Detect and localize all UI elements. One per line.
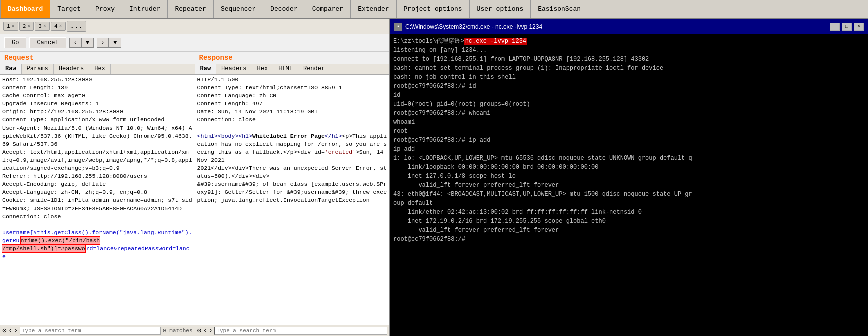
response-tab-hex[interactable]: Hex — [252, 64, 274, 74]
request-tab-params[interactable]: Params — [22, 64, 54, 74]
response-tab-render[interactable]: Render — [298, 64, 330, 74]
close-button[interactable]: × — [854, 23, 864, 31]
cmd-line-23: root@cc79f0662f88:/# — [393, 235, 865, 244]
repeater-tab-3[interactable]: 3 × — [35, 22, 50, 31]
req-res-split: Request Raw Params Headers Hex Host: 192… — [0, 52, 389, 336]
cmd-titlebar: ▪ C:\Windows\System32\cmd.exe - nc.exe -… — [390, 19, 868, 35]
repeater-tab-1[interactable]: 1 × — [3, 22, 18, 31]
response-sub-tabs: Raw Headers Hex HTML Render — [195, 64, 390, 75]
repeater-tab-4[interactable]: 4 × — [51, 22, 66, 31]
left-panel: 1 × 2 × 3 × 4 × ... Go Cancel — [0, 19, 390, 336]
repeater-tab-2[interactable]: 2 × — [19, 22, 34, 31]
request-tab-raw[interactable]: Raw — [0, 64, 22, 74]
response-nav-left[interactable]: ‹ — [203, 328, 207, 334]
response-nav-right[interactable]: › — [209, 328, 212, 334]
tab-3-close[interactable]: × — [43, 24, 46, 30]
nav-tab-project-options[interactable]: Project options — [397, 0, 470, 18]
nav-tab-decoder[interactable]: Decoder — [263, 0, 305, 18]
tab-more-label: ... — [70, 22, 83, 30]
cmd-line-4: bash: cannot set terminal process group … — [393, 64, 865, 73]
forward-button[interactable]: › — [97, 38, 109, 48]
cmd-line-18: 43: eth0@if44: <BROADCAST,MULTICAST,UP,L… — [393, 190, 865, 199]
tab-numbers-row: 1 × 2 × 3 × 4 × ... — [0, 19, 389, 34]
cmd-line-16: inet 127.0.0.1/8 scope host lo — [393, 172, 865, 181]
cmd-line-15: link/loopback 00:00:00:00:00:00 brd 00:0… — [393, 163, 865, 172]
response-text: HTTP/1.1 500 Content-Type: text/html;cha… — [197, 76, 388, 164]
response-tab-html[interactable]: HTML — [273, 64, 298, 74]
cmd-line-12: root@cc79f0662f88:/# ip add — [393, 136, 865, 145]
cmd-line-13: ip add — [393, 145, 865, 154]
nav-tab-target[interactable]: Target — [50, 0, 88, 18]
request-tab-headers[interactable]: Headers — [54, 64, 89, 74]
cmd-line-14: 1: lo: <LOOPBACK,UP,LOWER_UP> mtu 65536 … — [393, 154, 865, 163]
cmd-window: ▪ C:\Windows\System32\cmd.exe - nc.exe -… — [390, 19, 868, 336]
cmd-icon: ▪ — [394, 23, 402, 31]
cmd-line-8: uid=0(root) gid=0(root) groups=0(root) — [393, 100, 865, 109]
main-container: 1 × 2 × 3 × 4 × ... Go Cancel — [0, 19, 868, 336]
request-search-input[interactable] — [20, 327, 161, 335]
go-button[interactable]: Go — [4, 38, 26, 48]
cmd-title-text: C:\Windows\System32\cmd.exe - nc.exe -lv… — [405, 24, 827, 30]
response-title: Response — [195, 52, 390, 64]
tab-2-label: 2 — [23, 24, 26, 30]
nav-bar: Dashboard Target Proxy Intruder Repeater… — [0, 0, 868, 19]
cmd-line-11: root — [393, 127, 865, 136]
response-tab-raw[interactable]: Raw — [195, 64, 217, 74]
nav-tab-easison[interactable]: EasisonScan — [531, 0, 588, 18]
repeater-tab-more[interactable]: ... — [67, 21, 86, 32]
tab-4-close[interactable]: × — [59, 24, 62, 30]
nav-tab-intruder[interactable]: Intruder — [122, 0, 168, 18]
cmd-line-17: valid_lft forever preferred_lft forever — [393, 181, 865, 190]
tab-1-label: 1 — [7, 24, 10, 30]
cmd-line-7: id — [393, 91, 865, 100]
cmd-line-9: root@cc79f0662f88:/# whoami — [393, 109, 865, 118]
controls-row: Go Cancel ‹ ▼ › ▼ — [0, 34, 389, 52]
nav-tab-dashboard[interactable]: Dashboard — [0, 0, 50, 18]
nav-tab-sequencer[interactable]: Sequencer — [214, 0, 263, 18]
request-match-count: 0 matches — [163, 328, 192, 334]
cmd-line-2: listening on [any] 1234... — [393, 46, 865, 55]
nav-arrows: ‹ ▼ — [69, 38, 94, 48]
response-tab-headers[interactable]: Headers — [216, 64, 252, 74]
cancel-button[interactable]: Cancel — [29, 38, 66, 48]
maximize-button[interactable]: □ — [842, 23, 852, 31]
response-content[interactable]: HTTP/1.1 500 Content-Type: text/html;cha… — [195, 75, 390, 325]
cmd-line-10: whoami — [393, 118, 865, 127]
tab-2-close[interactable]: × — [27, 24, 30, 30]
cmd-line-5: bash: no job control in this shell — [393, 73, 865, 82]
response-panel: Response Raw Headers Hex HTML Render HTT… — [195, 52, 390, 336]
response-search-icon[interactable]: ⊙ — [197, 326, 201, 335]
nav-tab-user-options[interactable]: User options — [470, 0, 531, 18]
response-text2: 2021</div><div>There was an unexpected S… — [197, 164, 388, 204]
search-prev-icon[interactable]: ⊙ — [2, 326, 6, 335]
cmd-line-19: oup default — [393, 199, 865, 208]
search-nav-left[interactable]: ‹ — [8, 328, 12, 334]
request-title: Request — [0, 52, 195, 64]
cmd-content[interactable]: E:\zz\tools\代理穿透>nc.exe -lvvp 1234 liste… — [390, 35, 868, 336]
tab-1-close[interactable]: × — [12, 24, 15, 30]
search-nav-right[interactable]: › — [14, 328, 18, 334]
request-search-bar: ⊙ ‹ › 0 matches — [0, 325, 195, 336]
nav-tab-proxy[interactable]: Proxy — [88, 0, 122, 18]
nav-tab-comparer[interactable]: Comparer — [305, 0, 351, 18]
request-panel: Request Raw Params Headers Hex Host: 192… — [0, 52, 195, 336]
forward-dropdown-button[interactable]: ▼ — [109, 38, 121, 48]
response-search-input[interactable] — [214, 327, 387, 335]
cmd-line-6: root@cc79f0662f88:/# id — [393, 82, 865, 91]
request-content[interactable]: Host: 192.168.255.128:8080 Content-Lengt… — [0, 75, 195, 325]
back-dropdown-button[interactable]: ▼ — [81, 38, 94, 48]
nav-tab-extender[interactable]: Extender — [351, 0, 396, 18]
forward-arrows: › ▼ — [97, 38, 121, 48]
back-button[interactable]: ‹ — [69, 38, 82, 48]
tab-3-label: 3 — [38, 24, 42, 30]
cmd-line-3: connect to [192.168.255.1] from LAPTOP-U… — [393, 55, 865, 64]
request-text: Host: 192.168.255.128:8080 Content-Lengt… — [2, 76, 193, 261]
nav-tab-repeater[interactable]: Repeater — [168, 0, 213, 18]
minimize-button[interactable]: − — [830, 23, 840, 31]
cmd-line-20: link/ether 02:42:ac:13:00:02 brd ff:ff:f… — [393, 208, 865, 217]
cmd-line-21: inet 172.19.0.2/16 brd 172.19.255.255 sc… — [393, 217, 865, 226]
request-sub-tabs: Raw Params Headers Hex — [0, 64, 195, 75]
tab-4-label: 4 — [54, 24, 58, 30]
cmd-line-22: valid_lft forever preferred_lft forever — [393, 226, 865, 235]
request-tab-hex[interactable]: Hex — [89, 64, 111, 74]
